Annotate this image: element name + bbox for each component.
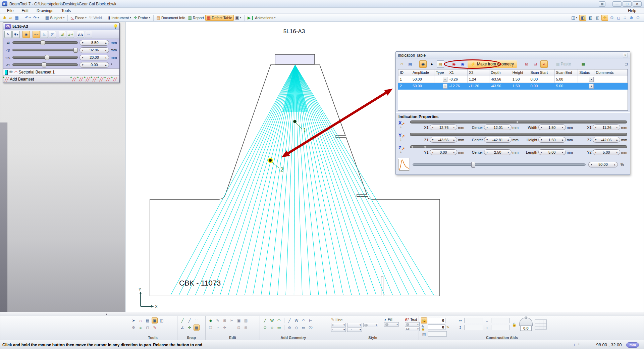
circle2-icon[interactable]: ⊙ <box>286 325 292 331</box>
minimize-button[interactable]: — <box>612 1 622 7</box>
labels-icon[interactable]: abc <box>33 31 40 38</box>
width-icon[interactable]: ↔ <box>484 317 490 323</box>
cell-dropdown-icon[interactable]: ▾ <box>443 84 447 89</box>
view-shaded-button[interactable]: ◧ <box>587 15 593 20</box>
value-list-icon[interactable]: ▤ <box>421 331 427 337</box>
offset-x-icon[interactable]: ↦ <box>457 317 463 323</box>
polyline2-icon[interactable]: W <box>293 317 300 323</box>
link-scan-icon[interactable]: ⊠ <box>523 60 530 68</box>
text-size-dropdown[interactable]: A⇕▾ <box>405 327 420 331</box>
line-dash-dropdown[interactable]: ┄▾ <box>347 323 362 327</box>
grid-settings-icon[interactable] <box>535 319 547 330</box>
measure-end-icon[interactable]: ⊿⊣ <box>67 31 74 38</box>
settings-icon[interactable]: ✱▾ <box>12 31 20 38</box>
open-button[interactable]: ▱ <box>8 15 13 20</box>
paste-button[interactable]: ▥ Paste <box>554 62 572 66</box>
view-solid-button[interactable]: ◧ <box>579 15 586 21</box>
snap-grid-icon[interactable]: ▦ <box>194 325 200 331</box>
show-beams-icon[interactable]: ◉ <box>22 31 30 38</box>
add-focal-law-icon[interactable]: +╱╱ <box>113 77 117 82</box>
probe-offset-spinner[interactable]: ▼-8.50▲ <box>79 40 109 46</box>
angle-gauge[interactable]: 0.0 <box>519 317 533 332</box>
table-cell[interactable]: ▾ <box>434 83 448 89</box>
arc-icon[interactable]: ◠ <box>276 317 282 323</box>
field-spinner[interactable]: ▼0.00▲ <box>430 149 457 155</box>
arc2-icon[interactable]: ◠ <box>301 317 307 323</box>
table-cell[interactable]: ▾ <box>434 76 448 83</box>
table-cell[interactable]: 2 <box>398 83 411 89</box>
table-cell[interactable]: -12.76 <box>448 83 467 89</box>
line-color-dropdown[interactable]: ▾ <box>363 323 378 327</box>
indication-window-titlebar[interactable]: Indication Table ✕ <box>396 52 630 59</box>
pin-icon[interactable]: 💡 <box>113 24 118 29</box>
field-spinner[interactable]: ▼-43.56▲ <box>430 137 457 143</box>
view-options-button[interactable]: ◫▾ <box>570 15 579 20</box>
table-cell[interactable]: 5.00 <box>554 76 578 83</box>
height-icon[interactable]: ↕ <box>484 325 490 331</box>
line-end-cap-dropdown[interactable]: —•▾ <box>347 328 362 332</box>
field-spinner[interactable]: ▼-12.01▲ <box>484 124 512 130</box>
animations-dropdown-icon[interactable]: ▾ <box>274 16 276 19</box>
height-input[interactable] <box>491 325 510 330</box>
erase-icon[interactable]: ◆ <box>208 317 214 323</box>
copy-icon[interactable]: ▣ <box>236 317 242 323</box>
table-cell[interactable]: 5.00 <box>554 83 578 89</box>
line-icon[interactable]: ╱ <box>262 317 268 323</box>
merge-indications-icon[interactable]: ⊟ <box>532 60 539 68</box>
amplitude-slider[interactable] <box>413 163 586 166</box>
angle-value-input[interactable]: 0 <box>428 325 445 330</box>
units-badge[interactable]: mm <box>626 342 639 348</box>
redo-dropdown-icon[interactable]: ▾ <box>38 16 39 19</box>
indication-row-1[interactable]: 150.00▾-0.261.24-63.561.500.005.00▾ <box>398 76 628 83</box>
dock-window-icon[interactable]: ⊐ <box>625 62 628 66</box>
instrument-dropdown-icon[interactable]: ▾ <box>130 16 131 19</box>
edit-values-icon[interactable]: ✎ <box>446 325 449 330</box>
field-spinner[interactable]: ▼-11.26▲ <box>593 124 620 130</box>
probe-panel-header[interactable]: PA 5L16-A3 💡 <box>3 23 119 30</box>
undo-dropdown-icon[interactable]: ▾ <box>30 16 31 19</box>
beam-info-icon[interactable]: ◺ <box>41 31 48 38</box>
weld-button[interactable]: ΨWeld <box>88 15 103 20</box>
offset-y-input[interactable] <box>464 325 483 330</box>
field-spinner[interactable]: ▼1.50▲ <box>538 137 566 143</box>
animations-button[interactable]: ▶❙Animations▾ <box>246 15 277 20</box>
toolbar-options-button[interactable]: ▤ <box>599 1 605 7</box>
gauge-angle-value[interactable]: 0.0 <box>520 326 532 331</box>
document-info-button[interactable]: ▤Document Info <box>155 15 187 20</box>
layout-list-icon[interactable]: ▤ <box>145 317 151 323</box>
column-header-status[interactable]: Status <box>578 69 594 76</box>
rect-icon[interactable]: ▭ <box>276 325 282 331</box>
select-icon[interactable]: ➤ <box>130 317 137 323</box>
probe-offset-slider[interactable] <box>12 41 78 44</box>
table-cell[interactable] <box>594 76 628 83</box>
field-spinner[interactable]: ▼-42.81▲ <box>484 137 512 143</box>
measure-start-icon[interactable]: ⊿I <box>59 31 66 38</box>
indication-row-2[interactable]: 250.00▾-12.76-11.26-43.561.500.005.00▾ <box>398 83 628 89</box>
table-cell[interactable]: 50.00 <box>411 76 434 83</box>
save-indications-icon[interactable]: ▤ <box>407 60 414 68</box>
report-button[interactable]: ▥Report <box>186 15 205 20</box>
side-panel-icon[interactable]: ◫ <box>159 317 165 323</box>
collapsed-panel-strip[interactable] <box>0 122 7 312</box>
line-start-cap-dropdown[interactable]: •—▾ <box>331 328 346 332</box>
canvas-splitter[interactable]: : <box>0 312 644 316</box>
add-point-icon[interactable]: ⊞ <box>222 317 228 323</box>
select-group-icon[interactable]: ⊡ <box>236 325 242 331</box>
column-header-scan-end[interactable]: Scan End <box>554 69 578 76</box>
field-spinner[interactable]: ▼1.50▲ <box>538 124 566 130</box>
new-document-button[interactable]: ✱ <box>2 15 8 20</box>
show-indications-icon[interactable]: ◉ <box>419 60 427 68</box>
draw-icon[interactable]: ✎ <box>215 317 221 323</box>
probe-shape[interactable] <box>275 54 315 64</box>
table-cell[interactable]: -43.56 <box>489 83 511 89</box>
table-cell[interactable]: 50.00 <box>411 83 434 89</box>
zoom-out-button[interactable]: ⊖ <box>635 15 641 20</box>
circle-icon[interactable]: ⊙ <box>262 325 268 331</box>
indication-1[interactable]: 1 <box>293 120 306 133</box>
view-wireframe-button[interactable]: ◧ <box>594 15 601 20</box>
subject-button[interactable]: ▦Subject▾ <box>44 15 66 20</box>
add-linear-beamset-icon[interactable]: +╱╱ <box>79 77 83 82</box>
anchor-icon[interactable]: ✛ <box>222 325 228 331</box>
pan-button[interactable]: ✣ <box>601 15 608 21</box>
command-window-icon[interactable]: ▣ <box>152 317 158 323</box>
